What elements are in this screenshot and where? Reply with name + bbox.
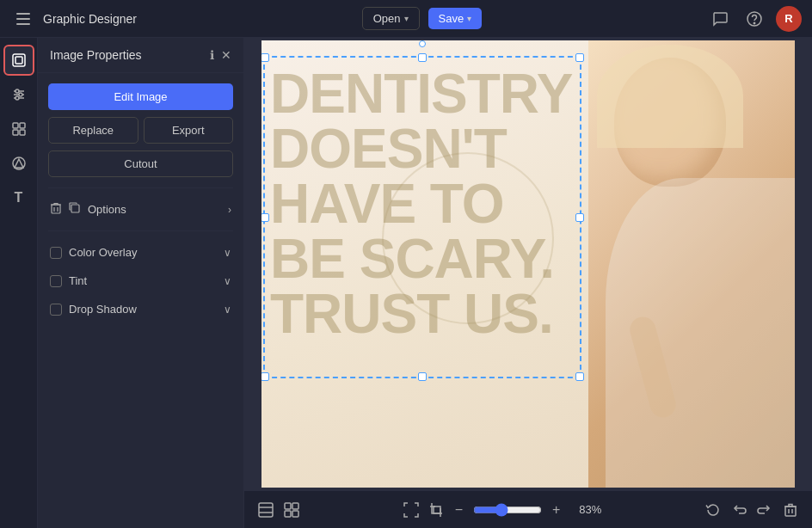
canvas-area[interactable]: DENTISTRY DOESN'T HAVE TO BE SCARY. TRUS… [244,38,812,528]
open-button[interactable]: Open ▾ [362,7,420,30]
svg-point-10 [15,89,19,93]
color-overlay-chevron[interactable]: ∨ [224,247,231,259]
tint-label: Tint [69,274,87,287]
save-chevron: ▾ [467,14,471,23]
chat-button[interactable] [707,6,733,32]
history-button[interactable] [705,502,721,518]
replace-button[interactable]: Replace [48,117,138,144]
zoom-percent: 83% [570,503,601,516]
drop-shadow-left: Drop Shadow [50,303,137,316]
svg-rect-1 [16,18,30,20]
panel-info-button[interactable]: ℹ [210,48,214,62]
zoom-slider[interactable] [473,503,542,517]
main-area: T Image Properties ℹ ✕ Edit Image Replac… [0,38,812,528]
svg-point-4 [754,22,754,23]
svg-marker-18 [15,159,23,168]
panel-content: Edit Image Replace Export Cutout Options [38,73,243,330]
svg-rect-28 [285,511,291,517]
options-label: Options [88,203,126,216]
drop-shadow-row: Drop Shadow ∨ [48,298,233,320]
drop-shadow-label: Drop Shadow [69,303,137,316]
bottom-center: − + 83% [403,502,602,518]
app-title: Graphic Designer [43,12,137,26]
svg-point-12 [15,96,19,100]
svg-point-11 [19,93,22,96]
text-line-4: BE SCARY. [270,231,572,286]
tint-checkbox[interactable] [50,275,62,287]
canvas-content: DENTISTRY DOESN'T HAVE TO BE SCARY. TRUS… [244,38,812,490]
layers-icon-button[interactable] [3,45,34,76]
topbar-right: R [707,6,802,32]
grid-view-button[interactable] [284,502,299,518]
crop-button[interactable] [429,502,445,518]
sliders-icon-button[interactable] [3,79,34,110]
topbar-left: Graphic Designer [10,6,137,32]
replace-export-row: Replace Export [48,117,233,144]
tint-row: Tint ∨ [48,270,233,292]
redo-button[interactable] [757,502,772,518]
options-chevron[interactable]: › [228,204,231,216]
help-button[interactable] [741,6,767,32]
tint-chevron[interactable]: ∨ [224,275,231,287]
edit-image-button[interactable]: Edit Image [48,83,233,110]
panel-close-button[interactable]: ✕ [221,48,231,62]
color-overlay-row: Color Overlay ∨ [48,242,233,263]
hamburger-button[interactable] [10,6,36,32]
text-line-1: DENTISTRY [270,66,572,121]
cutout-button[interactable]: Cutout [48,150,233,177]
svg-rect-22 [71,205,79,212]
color-overlay-label: Color Overlay [69,246,137,259]
svg-rect-15 [13,130,18,135]
text-icon-button[interactable]: T [3,182,34,213]
svg-rect-31 [785,507,796,516]
fit-view-button[interactable] [403,502,419,518]
grid-icon-button[interactable] [3,114,34,144]
panel-header: Image Properties ℹ ✕ [38,38,243,73]
options-left: Options [50,202,126,217]
drop-shadow-chevron[interactable]: ∨ [224,304,231,316]
save-button[interactable]: Save ▾ [428,8,483,29]
icon-bar: T [0,38,38,528]
text-line-2: DOESN'T [270,121,572,176]
avatar[interactable]: R [776,6,802,32]
zoom-out-button[interactable]: − [455,502,463,518]
shapes-icon-button[interactable] [3,148,34,179]
divider-2 [48,230,233,231]
properties-panel: Image Properties ℹ ✕ Edit Image Replace … [38,38,244,528]
open-chevron: ▾ [404,14,409,23]
text-icon: T [15,190,23,206]
color-overlay-checkbox[interactable] [50,247,62,259]
svg-rect-14 [20,123,25,128]
canvas-mock: DENTISTRY DOESN'T HAVE TO BE SCARY. TRUS… [261,40,795,488]
duplicate-icon[interactable] [69,202,81,217]
options-row: Options › [48,199,233,220]
svg-rect-5 [13,54,25,66]
undo-button[interactable] [731,502,747,518]
svg-rect-13 [13,123,18,128]
bottom-right [705,502,798,518]
svg-rect-30 [434,507,440,513]
drop-shadow-checkbox[interactable] [50,304,62,316]
text-line-3: HAVE TO [270,176,572,231]
svg-rect-16 [20,130,25,135]
zoom-in-button[interactable]: + [552,502,560,518]
export-button[interactable]: Export [144,117,234,144]
svg-rect-0 [16,13,30,15]
layers-view-button[interactable] [258,502,274,518]
panel-title: Image Properties [50,48,142,62]
text-line-5: TRUST US. [270,286,572,341]
svg-rect-2 [16,23,30,25]
divider-1 [48,187,233,188]
trash-icon[interactable] [50,202,62,217]
svg-rect-23 [259,503,273,517]
svg-rect-29 [292,511,298,517]
photo-section [588,40,795,488]
svg-rect-19 [52,205,60,213]
bottom-left [258,502,299,518]
topbar-center: Open ▾ Save ▾ [362,7,482,30]
tint-left: Tint [50,274,87,287]
delete-button[interactable] [783,502,798,518]
svg-rect-26 [285,503,291,509]
woman-hair [597,45,743,148]
color-overlay-left: Color Overlay [50,246,137,259]
